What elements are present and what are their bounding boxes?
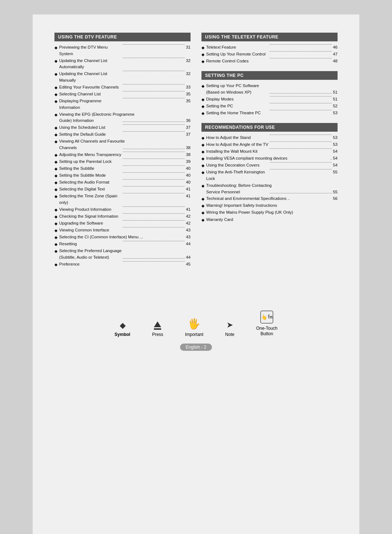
section-header-recommendations: RECOMMENDATIONS FOR USE bbox=[201, 123, 338, 132]
list-item: ◆ Preference 45 bbox=[54, 261, 191, 268]
bullet-icon: ◆ bbox=[54, 173, 57, 179]
list-item: ◆ Selecting the Time Zone (Spain only) 4… bbox=[54, 193, 191, 206]
toc-container: USING THE DTV FEATURE ◆ Previewing the D… bbox=[54, 33, 338, 274]
list-item: ◆ Setting the PC 52 bbox=[201, 103, 338, 110]
bullet-icon: ◆ bbox=[201, 110, 204, 116]
bullet-icon: ◆ bbox=[201, 52, 204, 58]
bullet-icon: ◆ bbox=[54, 159, 57, 165]
list-item: ◆ Selecting the Audio Format 40 bbox=[54, 179, 191, 186]
list-item: ◆ Teletext Feature 46 bbox=[201, 44, 338, 51]
bullet-icon: ◆ bbox=[201, 163, 204, 169]
left-column: USING THE DTV FEATURE ◆ Previewing the D… bbox=[54, 33, 191, 274]
list-item: ◆ Installing the Wall Mount Kit 54 bbox=[201, 148, 338, 155]
bullet-icon: ◆ bbox=[54, 180, 57, 186]
important-icon: 🖐 bbox=[188, 318, 200, 330]
section-teletext: USING THE TELETEXT FEATURE ◆ Teletext Fe… bbox=[201, 33, 338, 65]
list-item: ◆ Updating the Channel List Manually 32 bbox=[54, 71, 191, 84]
list-item: ◆ How to Adjust the Stand 53 bbox=[201, 135, 338, 141]
one-touch-icon: 👆 bbox=[260, 311, 273, 324]
list-item: ◆ Checking the Signal Information 42 bbox=[54, 213, 191, 220]
note-label: Note bbox=[225, 332, 234, 337]
symbol-icon: ◆ bbox=[120, 321, 125, 330]
bullet-icon: ◆ bbox=[201, 45, 204, 51]
list-item: ◆ Selecting the Digital Text 41 bbox=[54, 186, 191, 193]
list-item: ◆ Setting the Subtitle 40 bbox=[54, 165, 191, 172]
bullet-icon: ◆ bbox=[201, 135, 204, 141]
section-using-dtv: USING THE DTV FEATURE ◆ Previewing the D… bbox=[54, 33, 191, 268]
press-arrow-up-icon bbox=[154, 321, 161, 327]
list-item: ◆ Remote Control Codes 48 bbox=[201, 58, 338, 65]
list-item: ◆ Resetting 44 bbox=[54, 241, 191, 247]
bullet-icon: ◆ bbox=[201, 96, 204, 103]
bullet-icon: ◆ bbox=[54, 139, 57, 145]
symbol-item-important: 🖐 Important bbox=[185, 318, 204, 337]
bullet-icon: ◆ bbox=[54, 98, 57, 104]
page-number-label: English - 2 bbox=[54, 344, 338, 350]
bullet-icon: ◆ bbox=[54, 214, 57, 220]
bullet-icon: ◆ bbox=[54, 125, 57, 131]
symbol-label: Symbol bbox=[115, 332, 130, 337]
footer-symbols: ◆ Symbol Press 🖐 Important ➤ Note 👆 One-… bbox=[54, 303, 338, 337]
bullet-icon: ◆ bbox=[54, 221, 57, 227]
list-item: ◆ Editing Your Favourite Channels 33 bbox=[54, 84, 191, 91]
list-item: ◆ Setting the Home Theatre PC 53 bbox=[201, 110, 338, 116]
list-item: ◆ Setting the Default Guide 37 bbox=[54, 131, 191, 138]
list-item: ◆ Wiring the Mains Power Supply Plug (UK… bbox=[201, 209, 338, 216]
bullet-icon: ◆ bbox=[201, 217, 204, 223]
bullet-icon: ◆ bbox=[54, 112, 57, 118]
note-icon: ➤ bbox=[226, 320, 233, 330]
bullet-icon: ◆ bbox=[54, 58, 57, 64]
press-line-icon bbox=[154, 328, 161, 330]
bullet-icon: ◆ bbox=[54, 248, 57, 254]
important-label: Important bbox=[185, 332, 204, 337]
list-item: ◆ Setting Up Your Remote Control 47 bbox=[201, 51, 338, 58]
bullet-icon: ◆ bbox=[201, 149, 204, 155]
list-item: ◆ Viewing All Channels and Favourite Cha… bbox=[54, 138, 191, 151]
symbol-item-note: ➤ Note bbox=[225, 320, 234, 337]
section-recommendations: RECOMMENDATIONS FOR USE ◆ How to Adjust … bbox=[201, 123, 338, 223]
bullet-icon: ◆ bbox=[201, 142, 204, 148]
bullet-icon: ◆ bbox=[201, 196, 204, 202]
bullet-icon: ◆ bbox=[201, 58, 204, 65]
symbol-item-press: Press bbox=[152, 321, 163, 337]
bullet-icon: ◆ bbox=[201, 183, 204, 189]
list-item: ◆ Previewing the DTV Menu System 31 bbox=[54, 44, 191, 57]
bullet-icon: ◆ bbox=[54, 166, 57, 172]
list-item: ◆ Viewing Common Interface 43 bbox=[54, 227, 191, 234]
symbol-item-one-touch: 👆 One-TouchButton bbox=[256, 311, 278, 337]
list-item: ◆ Viewing the EPG (Electronic Programme … bbox=[54, 111, 191, 124]
bullet-icon: ◆ bbox=[201, 203, 204, 209]
bullet-icon: ◆ bbox=[201, 103, 204, 110]
right-column: USING THE TELETEXT FEATURE ◆ Teletext Fe… bbox=[201, 33, 338, 274]
one-touch-label: One-TouchButton bbox=[256, 326, 278, 337]
list-item: ◆ Warning! Important Safety Instructions bbox=[201, 202, 338, 209]
list-item: ◆ How to Adjust the Angle of the TV 53 bbox=[201, 141, 338, 148]
bullet-icon: ◆ bbox=[54, 91, 57, 98]
list-item: ◆ Using the Decoration Covers 54 bbox=[201, 162, 338, 169]
list-item: ◆ Selecting Channel List 35 bbox=[54, 91, 191, 98]
bullet-icon: ◆ bbox=[201, 156, 204, 162]
bullet-icon: ◆ bbox=[54, 71, 57, 77]
section-header-teletext: USING THE TELETEXT FEATURE bbox=[201, 33, 338, 41]
bullet-icon: ◆ bbox=[201, 210, 204, 216]
list-item: ◆ Installing VESA compliant mounting dev… bbox=[201, 155, 338, 162]
press-label: Press bbox=[152, 332, 163, 337]
list-item: ◆ Display Modes 51 bbox=[201, 96, 338, 103]
bullet-icon: ◆ bbox=[54, 227, 57, 234]
section-header-pc: SETTING THE PC bbox=[201, 71, 338, 80]
bullet-icon: ◆ bbox=[54, 234, 57, 241]
list-item: ◆ Displaying Programme Information 35 bbox=[54, 98, 191, 111]
bullet-icon: ◆ bbox=[54, 241, 57, 247]
bullet-icon: ◆ bbox=[54, 152, 57, 158]
list-item: ◆ Using the Scheduled List 37 bbox=[54, 124, 191, 131]
section-header-dtv: USING THE DTV FEATURE bbox=[54, 33, 191, 41]
page: USING THE DTV FEATURE ◆ Previewing the D… bbox=[33, 15, 359, 534]
list-item: ◆ Setting up the Parental Lock 39 bbox=[54, 159, 191, 165]
bullet-icon: ◆ bbox=[54, 262, 57, 268]
list-item: ◆ Upgrading the Software 42 bbox=[54, 220, 191, 227]
list-item: ◆ Selecting the Preferred Language (Subt… bbox=[54, 248, 191, 261]
list-item: ◆ Updating the Channel List Automaticall… bbox=[54, 58, 191, 71]
bullet-icon: ◆ bbox=[54, 186, 57, 193]
list-item: ◆ Selecting the CI (Common Interface) Me… bbox=[54, 234, 191, 241]
bullet-icon: ◆ bbox=[54, 193, 57, 200]
